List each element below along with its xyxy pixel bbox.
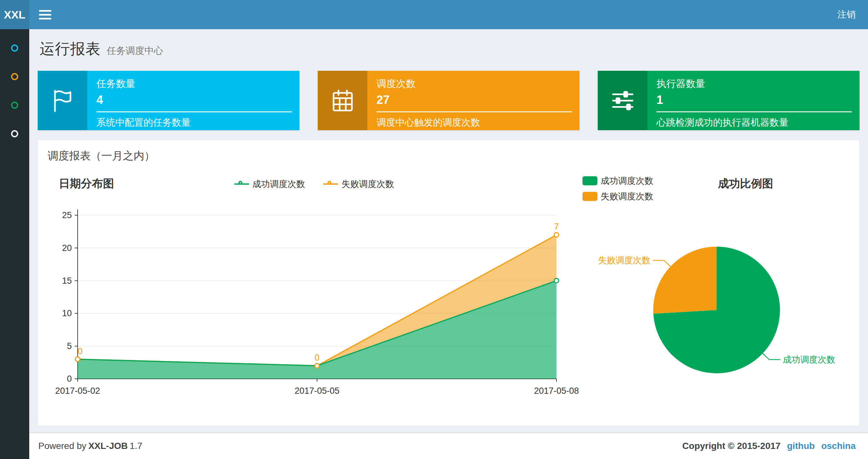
date-distribution-block: 日期分布图 成功调度次数 失败调度次数 0510152 [48,174,581,416]
svg-text:失败调度次数: 失败调度次数 [598,256,650,265]
circle-icon [11,44,18,52]
pie-swatch-icon [583,176,597,185]
legend-item-fail[interactable]: 失败调度次数 [323,178,394,190]
svg-text:0: 0 [67,374,72,384]
stat-box-executors: 执行器数量 1 心跳检测成功的执行器机器数量 [598,71,860,130]
oschina-link[interactable]: oschina [821,441,856,451]
svg-text:10: 10 [62,308,72,318]
circle-icon [11,73,18,80]
sidebar [0,29,29,459]
page-title: 运行报表 [40,40,101,57]
legend-label: 成功调度次数 [252,178,305,190]
pie-chart-header: 成功调度次数 失败调度次数 成功比例图 [583,174,851,203]
stat-boxes: 任务数量 4 系统中配置的任务数量 [38,71,860,130]
flag-icon [38,71,87,130]
navbar-body: 注销 [29,0,868,29]
sidebar-item-dashboard[interactable] [0,34,29,62]
stat-label: 任务数量 [96,77,292,91]
stat-box-jobs: 任务数量 4 系统中配置的任务数量 [38,71,300,130]
sliders-icon [598,71,647,130]
sidebar-item-job-manage[interactable] [0,62,29,91]
legend-label: 失败调度次数 [601,191,653,202]
svg-text:2017-05-05: 2017-05-05 [294,386,339,396]
line-series-marker-icon [323,181,338,188]
legend-item-fail[interactable]: 失败调度次数 [583,191,653,202]
footer: Powered byXXL-JOB1.7 Copyright © 2015-20… [29,432,868,459]
stat-value: 4 [96,93,292,107]
panel-title: 调度报表（一月之内） [48,149,849,163]
stat-description: 心跳检测成功的执行器机器数量 [656,116,852,129]
page-header: 运行报表 任务调度中心 [38,37,860,59]
legend-item-success[interactable]: 成功调度次数 [583,175,653,187]
line-chart-header: 日期分布图 成功调度次数 失败调度次数 [48,174,581,195]
content: 运行报表 任务调度中心 任务数量 4 系统中配置的任务数量 [29,29,868,432]
app-logo[interactable]: XXL [0,0,29,29]
stat-value: 27 [376,93,572,107]
charts-row: 日期分布图 成功调度次数 失败调度次数 0510152 [48,174,849,416]
main-area: 运行报表 任务调度中心 任务数量 4 系统中配置的任务数量 [29,29,868,459]
circle-icon [11,102,18,109]
svg-text:20: 20 [62,243,72,253]
page-subtitle: 任务调度中心 [106,45,163,56]
stat-description: 调度中心触发的调度次数 [376,116,572,129]
stat-label: 执行器数量 [656,77,852,91]
logout-link[interactable]: 注销 [837,8,856,21]
stat-box-triggers: 调度次数 27 调度中心触发的调度次数 [318,71,580,130]
divider [376,111,572,112]
sidebar-item-executor-manage[interactable] [0,120,29,148]
svg-text:2017-05-08: 2017-05-08 [534,386,579,396]
powered-prefix: Powered by [38,441,86,451]
stat-box-body: 调度次数 27 调度中心触发的调度次数 [367,71,580,130]
copyright: Copyright © 2015-2017githuboschina [682,441,856,451]
stat-box-body: 执行器数量 1 心跳检测成功的执行器机器数量 [647,71,860,130]
divider [96,111,292,112]
report-panel: 调度报表（一月之内） 日期分布图 成功调度次数 失败调度次数 [38,140,860,426]
date-distribution-chart: 05101520252017-05-022017-05-052017-05-08… [48,195,581,416]
legend-label: 成功调度次数 [601,175,653,187]
legend-label: 失败调度次数 [341,178,394,190]
stat-box-body: 任务数量 4 系统中配置的任务数量 [87,71,300,130]
calendar-icon [318,71,367,130]
svg-text:25: 25 [62,210,72,220]
stat-description: 系统中配置的任务数量 [96,116,292,129]
svg-text:0: 0 [78,347,83,356]
line-chart-title: 日期分布图 [59,176,114,191]
svg-text:7: 7 [554,222,559,231]
divider [656,111,852,112]
github-link[interactable]: github [787,441,815,451]
pie-swatch-icon [583,192,597,201]
sidebar-item-job-log[interactable] [0,91,29,120]
svg-text:15: 15 [62,276,72,286]
success-ratio-chart: 成功调度次数失败调度次数 [583,203,851,404]
svg-text:成功调度次数: 成功调度次数 [783,355,835,364]
line-series-marker-icon [234,181,249,188]
circle-icon [11,130,18,137]
version: 1.7 [130,441,142,451]
powered-by: Powered byXXL-JOB1.7 [38,441,142,451]
stat-value: 1 [656,93,852,107]
brand-name: XXL-JOB [88,441,128,451]
svg-text:5: 5 [67,341,72,351]
pie-chart-title: 成功比例图 [653,176,851,191]
sidebar-toggle-icon[interactable] [39,10,51,20]
svg-text:0: 0 [314,353,319,363]
pie-chart-legend: 成功调度次数 失败调度次数 [583,174,653,202]
line-chart-legend: 成功调度次数 失败调度次数 [48,174,581,190]
legend-item-success[interactable]: 成功调度次数 [234,178,305,190]
svg-text:2017-05-02: 2017-05-02 [55,386,100,396]
success-ratio-block: 成功调度次数 失败调度次数 成功比例图 成功调度次数失败调度次数 [581,174,851,416]
stat-label: 调度次数 [376,77,572,91]
top-navbar: XXL 注销 [0,0,868,29]
